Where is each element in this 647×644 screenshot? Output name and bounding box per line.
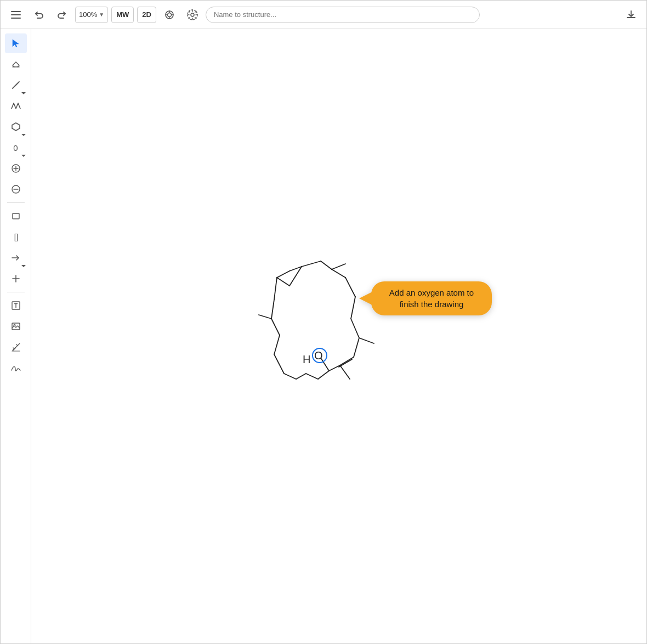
svg-line-43 — [306, 374, 318, 379]
mw-button[interactable]: MW — [111, 7, 134, 23]
svg-line-51 — [274, 278, 277, 300]
sidebar-divider-2 — [7, 292, 25, 292]
charge-plus-tool[interactable] — [5, 159, 27, 178]
svg-text:H: H — [303, 353, 310, 365]
svg-line-30 — [351, 297, 355, 319]
svg-line-7 — [13, 82, 19, 88]
svg-line-33 — [354, 338, 359, 357]
svg-line-23 — [290, 267, 302, 286]
menu-button[interactable] — [6, 5, 26, 25]
bond-dropdown-arrow — [21, 92, 26, 94]
arrow-tool-container — [5, 248, 27, 268]
svg-line-34 — [340, 357, 354, 365]
svg-rect-20 — [12, 323, 20, 330]
atom-dropdown-arrow — [21, 155, 26, 157]
svg-line-24 — [277, 278, 290, 286]
svg-line-44 — [296, 374, 306, 379]
download-button[interactable] — [621, 5, 641, 25]
canvas-area[interactable]: H O — [31, 29, 646, 643]
svg-line-42 — [318, 371, 329, 379]
svg-rect-2 — [11, 18, 21, 19]
2d-button[interactable]: 2D — [137, 7, 156, 23]
svg-line-47 — [274, 335, 280, 354]
chain-tool[interactable] — [5, 96, 27, 116]
svg-line-25 — [302, 261, 321, 267]
ring-tool-container — [5, 117, 27, 137]
image-tool[interactable] — [5, 317, 27, 336]
plus-tool[interactable] — [5, 269, 27, 289]
sidebar-divider-1 — [7, 202, 25, 203]
svg-line-32 — [359, 338, 374, 343]
app-container: 100% ▼ MW 2D — [0, 0, 647, 644]
svg-line-48 — [271, 319, 280, 335]
tooltip-text: Add an oxygen atom to finish the drawing — [389, 288, 474, 309]
atom-tool-container: 0 — [5, 138, 27, 157]
sidebar: 0 — [1, 29, 31, 643]
select-tool[interactable] — [5, 33, 27, 53]
svg-line-27 — [332, 264, 345, 269]
molecule-drawing: H O — [214, 234, 422, 420]
svg-line-31 — [351, 319, 359, 338]
redo-button[interactable] — [52, 5, 72, 25]
svg-line-28 — [332, 269, 345, 278]
toolbar: 100% ▼ MW 2D — [1, 1, 646, 29]
svg-line-26 — [321, 261, 332, 269]
text-tool[interactable]: T — [5, 296, 27, 315]
arrow-dropdown-arrow — [21, 265, 26, 267]
settings-button[interactable] — [183, 5, 202, 25]
svg-point-5 — [191, 13, 194, 16]
bracket-tool[interactable]: [ ] — [5, 227, 27, 247]
tooltip-bubble: Add an oxygen atom to finish the drawing — [371, 281, 492, 315]
svg-text:O: O — [314, 349, 323, 361]
main-area: 0 — [1, 29, 646, 643]
bond-tool-container — [5, 75, 27, 95]
charge-minus-tool[interactable] — [5, 179, 27, 199]
svg-line-29 — [345, 278, 355, 297]
bracket-label: [ ] — [14, 233, 18, 241]
svg-line-36 — [340, 365, 350, 379]
zoom-label: 100% — [79, 10, 97, 19]
undo-button[interactable] — [29, 5, 49, 25]
svg-line-49 — [259, 315, 271, 319]
zoom-dropdown-icon: ▼ — [99, 12, 104, 18]
svg-line-45 — [284, 374, 296, 379]
rectangle-tool[interactable] — [5, 206, 27, 226]
erase-tool[interactable] — [5, 54, 27, 74]
atom-label: 0 — [13, 143, 18, 152]
zoom-selector[interactable]: 100% ▼ — [75, 7, 108, 23]
name-to-structure-input[interactable] — [206, 7, 480, 23]
paint-tool[interactable] — [5, 337, 27, 357]
svg-line-52 — [277, 271, 290, 278]
svg-line-50 — [271, 300, 274, 319]
svg-rect-14 — [13, 213, 19, 219]
svg-marker-8 — [12, 123, 20, 131]
ring-dropdown-arrow — [21, 134, 26, 136]
svg-line-46 — [274, 354, 284, 374]
svg-text:T: T — [14, 303, 17, 309]
svg-rect-0 — [11, 11, 21, 12]
signature-tool[interactable] — [5, 358, 27, 378]
svg-line-37 — [329, 365, 340, 371]
structure-button[interactable] — [160, 5, 179, 25]
svg-rect-1 — [11, 14, 21, 15]
svg-point-4 — [167, 13, 171, 16]
